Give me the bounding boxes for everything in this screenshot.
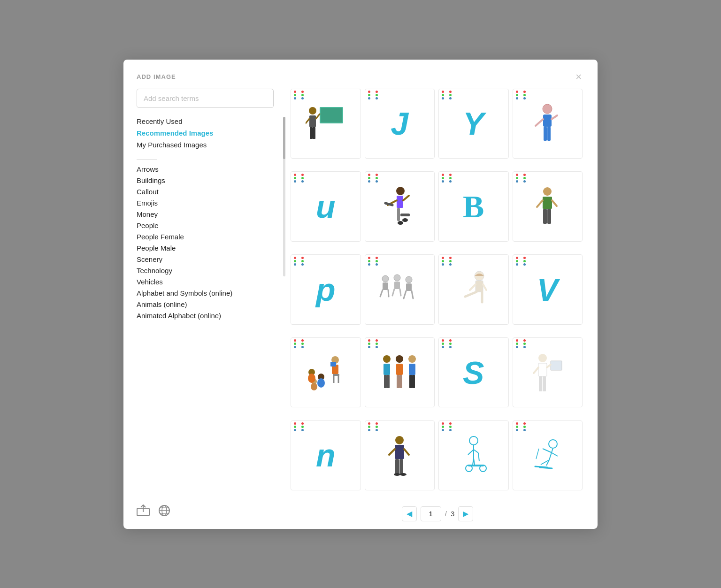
- globe-icon[interactable]: [158, 504, 170, 519]
- card-image-coat: [372, 428, 427, 483]
- sidebar-item-my-purchased[interactable]: My Purchased Images: [137, 140, 274, 150]
- image-card-letter-p[interactable]: p: [291, 254, 361, 325]
- category-buildings[interactable]: Buildings: [137, 176, 274, 185]
- close-button[interactable]: ×: [573, 71, 584, 83]
- sidebar-nav: Recently Used Recommended Images My Purc…: [137, 116, 274, 150]
- search-input[interactable]: [137, 89, 274, 108]
- image-card-letter-b[interactable]: B: [438, 171, 509, 242]
- svg-rect-55: [330, 362, 336, 367]
- svg-point-84: [395, 436, 404, 444]
- modal-body: Recently Used Recommended Images My Purc…: [123, 89, 598, 529]
- svg-rect-48: [476, 281, 483, 292]
- card-image-skiing: [520, 428, 575, 483]
- card-icons-skiing: [516, 424, 530, 430]
- image-card-letter-u[interactable]: u: [291, 171, 361, 242]
- svg-point-29: [543, 187, 552, 196]
- add-image-modal: ADD IMAGE × Recently Used Recommended Im…: [123, 60, 598, 529]
- image-card-letter-y[interactable]: Y: [438, 89, 509, 159]
- category-technology[interactable]: Technology: [137, 266, 274, 275]
- modal-header: ADD IMAGE ×: [123, 60, 598, 89]
- prev-page-button[interactable]: ◀: [402, 506, 417, 521]
- card-icons-j: [368, 92, 382, 99]
- card-image-baseball: [372, 179, 427, 234]
- modal-title: ADD IMAGE: [137, 73, 176, 80]
- card-image-group-sit: [372, 262, 427, 317]
- card-image-group-stand: [372, 345, 427, 400]
- image-card-person-sitting[interactable]: [438, 254, 509, 325]
- image-card-reading-group[interactable]: [291, 337, 361, 408]
- svg-point-8: [309, 107, 316, 115]
- image-card-baseball[interactable]: [365, 171, 435, 242]
- category-list: Arrows Buildings Callout Emojis Money Pe…: [137, 164, 274, 498]
- image-card-letter-j[interactable]: J: [365, 89, 435, 159]
- image-card-teacher[interactable]: [291, 89, 361, 159]
- svg-rect-12: [310, 127, 313, 139]
- category-alphabet-online[interactable]: Alphabet and Symbols (online): [137, 288, 274, 298]
- svg-rect-36: [383, 283, 388, 290]
- svg-rect-26: [400, 214, 410, 216]
- image-card-skiing[interactable]: [513, 420, 583, 491]
- category-animals-online[interactable]: Animals (online): [137, 299, 274, 309]
- card-image-scooter: [446, 428, 501, 483]
- card-icons-doctor: [516, 341, 530, 347]
- card-icons-u: [294, 175, 308, 181]
- card-image-p: p: [298, 262, 353, 317]
- category-arrows[interactable]: Arrows: [137, 164, 274, 174]
- category-people-male[interactable]: People Male: [137, 243, 274, 253]
- letter-s: S: [463, 357, 484, 389]
- svg-rect-15: [543, 115, 552, 127]
- sidebar-divider: [137, 159, 157, 160]
- image-card-person-pointing[interactable]: [513, 89, 583, 159]
- svg-rect-79: [538, 363, 547, 376]
- svg-rect-9: [309, 115, 316, 127]
- category-people[interactable]: People: [137, 221, 274, 230]
- category-money[interactable]: Money: [137, 209, 274, 219]
- svg-point-92: [469, 436, 478, 445]
- sidebar-item-recommended[interactable]: Recommended Images: [137, 128, 274, 138]
- svg-rect-13: [313, 127, 315, 139]
- image-card-coat[interactable]: [365, 420, 435, 491]
- svg-point-28: [402, 218, 408, 222]
- upload-icon[interactable]: [137, 504, 150, 519]
- image-card-scooter[interactable]: [438, 420, 509, 491]
- svg-line-45: [404, 291, 406, 298]
- card-icons: [294, 92, 308, 99]
- next-page-button[interactable]: ▶: [458, 506, 473, 521]
- page-separator: /: [445, 510, 447, 518]
- card-image-reading: [298, 345, 353, 400]
- svg-line-43: [392, 289, 394, 296]
- image-grid: J Y: [291, 89, 584, 500]
- svg-line-16: [536, 119, 543, 126]
- svg-line-86: [389, 449, 395, 455]
- svg-line-105: [536, 449, 539, 459]
- image-card-group-standing[interactable]: [365, 337, 435, 408]
- image-card-letter-n[interactable]: n: [291, 420, 361, 491]
- scrollbar-track[interactable]: [283, 117, 285, 276]
- card-icons-pointing: [516, 92, 530, 99]
- svg-line-42: [388, 290, 389, 297]
- svg-point-65: [383, 355, 391, 363]
- svg-point-35: [382, 275, 389, 282]
- svg-rect-25: [397, 208, 400, 221]
- svg-rect-85: [395, 445, 404, 459]
- svg-rect-77: [551, 361, 562, 370]
- scrollbar-thumb[interactable]: [283, 117, 285, 159]
- letter-n: n: [316, 439, 336, 471]
- image-card-group-sitting[interactable]: [365, 254, 435, 325]
- category-vehicles[interactable]: Vehicles: [137, 277, 274, 287]
- card-image-y: Y: [446, 96, 501, 151]
- category-people-female[interactable]: People Female: [137, 232, 274, 242]
- category-emojis[interactable]: Emojis: [137, 198, 274, 208]
- image-card-letter-v[interactable]: V: [513, 254, 583, 325]
- image-card-letter-s[interactable]: S: [438, 337, 509, 408]
- image-card-doctor[interactable]: [513, 337, 583, 408]
- category-scenery[interactable]: Scenery: [137, 254, 274, 264]
- category-callout[interactable]: Callout: [137, 187, 274, 197]
- sidebar-item-recently-used[interactable]: Recently Used: [137, 116, 274, 126]
- category-animated-alphabet[interactable]: Animated Alphabet (online): [137, 311, 274, 321]
- image-card-person-green[interactable]: [513, 171, 583, 242]
- svg-line-87: [404, 449, 409, 455]
- svg-line-95: [474, 450, 478, 453]
- card-image-v: V: [520, 262, 575, 317]
- page-number-input[interactable]: [421, 506, 441, 521]
